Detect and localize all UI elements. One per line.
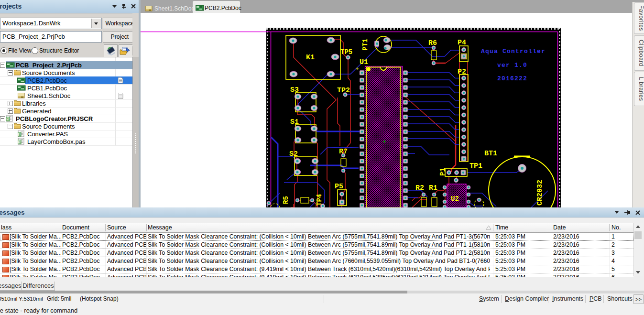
- svg-text:P4: P4: [458, 39, 466, 47]
- svg-text:R1: R1: [429, 184, 437, 192]
- svg-text:TP1: TP1: [469, 162, 482, 170]
- svg-text:R7: R7: [339, 148, 348, 156]
- svg-text:U1: U1: [360, 58, 368, 66]
- svg-text:PT1: PT1: [361, 39, 369, 51]
- svg-text:ver 1.0: ver 1.0: [497, 62, 527, 69]
- svg-text:P1: P1: [439, 168, 447, 176]
- svg-text:P2: P2: [458, 68, 466, 76]
- svg-text:2016222: 2016222: [497, 75, 527, 82]
- svg-text:TP5: TP5: [340, 48, 352, 56]
- svg-text:U2: U2: [451, 195, 459, 203]
- svg-text:S: S: [19, 132, 21, 137]
- svg-text:P5: P5: [335, 183, 343, 191]
- svg-text:TP2: TP2: [337, 87, 350, 95]
- svg-text:Aqua Controller: Aqua Controller: [481, 48, 546, 55]
- svg-text:K1: K1: [306, 54, 315, 62]
- svg-text:R5: R5: [282, 196, 290, 204]
- svg-text:S3: S3: [290, 86, 299, 94]
- svg-text:TP4: TP4: [316, 194, 323, 206]
- svg-text:S: S: [7, 117, 10, 121]
- svg-text:S2: S2: [289, 150, 298, 158]
- svg-text:R6: R6: [428, 39, 437, 47]
- svg-text:BT1: BT1: [484, 150, 497, 158]
- svg-text:S1: S1: [290, 118, 299, 126]
- svg-text:R2: R2: [415, 184, 424, 192]
- svg-text:CR2032: CR2032: [536, 180, 544, 206]
- svg-text:S: S: [19, 140, 21, 144]
